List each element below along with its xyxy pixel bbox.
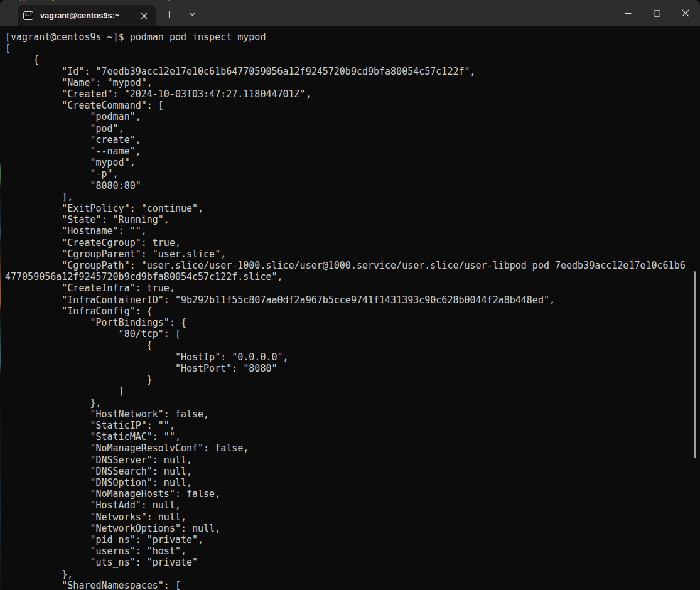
- chevron-down-icon: [189, 12, 196, 16]
- plus-icon: [165, 10, 173, 18]
- maximize-button[interactable]: [642, 0, 671, 26]
- titlebar[interactable]: C:\ vagrant@centos9s:~: [0, 0, 700, 26]
- command-output: [ { "Id": "7eedb39acc12e17e10c61b6477059…: [5, 43, 686, 590]
- new-tab-button[interactable]: [159, 6, 178, 22]
- desktop-speck: [168, 0, 170, 1]
- tab-title: vagrant@centos9s:~: [40, 11, 136, 20]
- terminal-screen[interactable]: [vagrant@centos9s ~]$ podman pod inspect…: [0, 26, 700, 590]
- tab-list-dropdown-button[interactable]: [183, 6, 202, 22]
- console-icon: C:\: [23, 11, 33, 20]
- close-icon: [141, 13, 148, 19]
- scrollbar[interactable]: [692, 26, 700, 590]
- desktop-speck: [52, 0, 54, 1]
- shell-prompt: [vagrant@centos9s ~]$: [5, 31, 130, 43]
- desktop-speck: [23, 0, 25, 1]
- tab-close-button[interactable]: [136, 8, 152, 23]
- desktop-edge-sliver: [0, 53, 1, 590]
- tab-bar-divider: [181, 8, 181, 19]
- tab-vagrant-centos9s[interactable]: C:\ vagrant@centos9s:~: [18, 5, 156, 26]
- minimize-button[interactable]: [613, 0, 642, 26]
- maximize-icon: [654, 10, 660, 17]
- desktop-speck: [19, 0, 21, 1]
- close-icon: [682, 9, 689, 17]
- command-text: podman pod inspect mypod: [130, 31, 266, 43]
- close-button[interactable]: [671, 0, 700, 26]
- terminal-window: C:\ vagrant@centos9s:~ [vagrant@cent: [0, 0, 700, 590]
- window-controls: [613, 0, 700, 26]
- scrollbar-thumb[interactable]: [694, 271, 696, 458]
- terminal-text: [vagrant@centos9s ~]$ podman pod inspect…: [5, 31, 686, 590]
- minimize-icon: [625, 10, 632, 17]
